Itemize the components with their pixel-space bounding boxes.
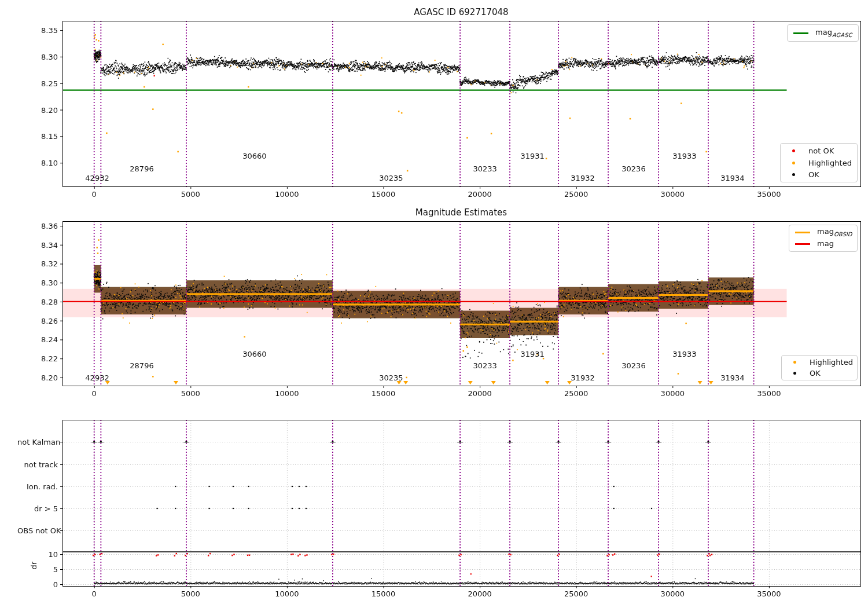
legend-mid-lines: magOBSID mag [789, 225, 858, 252]
obsid-label: 31932 [571, 173, 594, 182]
x-tick-label: 0 [92, 389, 97, 398]
category-tick-label: not Kalman [17, 438, 58, 446]
y-tick-label: 8.22 [17, 354, 58, 363]
y-tick-label: 8.34 [17, 240, 58, 249]
obsid-label: 30236 [621, 361, 645, 369]
x-tick-label: 20000 [468, 589, 491, 598]
y-tick-label: 8.36 [17, 222, 58, 230]
legend-entry-mag-agasc: magAGASC [791, 27, 855, 39]
obsid-label: 30233 [473, 361, 496, 369]
dr-tick-label: 10 [17, 550, 58, 559]
orange-dot-swatch [792, 162, 795, 164]
black-dot-swatch [792, 173, 795, 176]
legend-subscript: OBSID [834, 231, 852, 237]
legend-label-ok: OK [810, 369, 821, 378]
x-tick-label: 10000 [275, 589, 299, 598]
y-tick-label: 8.10 [17, 159, 58, 167]
legend-mag-agasc: magAGASC [787, 24, 859, 42]
obsid-label: 28796 [130, 164, 153, 173]
top-plot-title: AGASC ID 692717048 [414, 7, 508, 17]
x-tick-label: 0 [92, 589, 97, 598]
y-tick-label: 8.25 [17, 79, 58, 87]
y-tick-label: 8.24 [17, 335, 58, 344]
category-tick-label: dr > 5 [17, 504, 58, 513]
red-line-swatch [795, 243, 810, 245]
x-tick-label: 15000 [372, 190, 395, 199]
category-tick-label: not track [17, 460, 58, 469]
obsid-label: 42932 [85, 373, 109, 382]
legend-entry-not-ok: not OK [784, 145, 854, 157]
legend-label-mag-obsid: magOBSID [817, 227, 852, 237]
x-tick-label: 5000 [181, 589, 200, 598]
x-tick-label: 5000 [181, 190, 200, 199]
legend-subscript: AGASC [832, 32, 852, 38]
x-tick-label: 15000 [372, 589, 395, 598]
x-tick-label: 30000 [661, 589, 685, 598]
middle-plot-title: Magnitude Estimates [415, 207, 507, 218]
obsid-label: 31933 [672, 152, 696, 160]
x-tick-label: 5000 [181, 389, 200, 398]
obsid-label: 30235 [379, 173, 403, 182]
x-tick-label: 20000 [468, 389, 491, 398]
red-dot-swatch [792, 149, 795, 152]
x-tick-label: 25000 [564, 190, 588, 199]
legend-top-points: not OK Highlighted OK [780, 143, 858, 182]
x-tick-label: 0 [92, 190, 97, 199]
green-line-swatch [793, 32, 808, 34]
legend-label-not-ok: not OK [808, 146, 834, 155]
legend-label-highlighted: Highlighted [810, 358, 853, 367]
obsid-label: 31934 [720, 373, 744, 382]
legend-entry-mag-obsid: magOBSID [793, 226, 854, 239]
obsid-label: 31934 [720, 173, 744, 182]
y-tick-label: 8.30 [17, 279, 58, 287]
obsid-label: 30235 [379, 373, 403, 382]
category-tick-label: OBS not OK [17, 526, 58, 535]
x-tick-label: 30000 [661, 190, 685, 199]
obsid-label: 28796 [130, 361, 153, 369]
x-tick-label: 15000 [372, 389, 395, 398]
category-tick-label: Ion. rad. [17, 482, 58, 491]
y-tick-label: 8.32 [17, 259, 58, 268]
orange-dot-swatch [793, 361, 796, 364]
obsid-label: 42932 [85, 173, 109, 182]
x-tick-label: 25000 [564, 589, 588, 598]
legend-mid-points: Highlighted OK [781, 355, 858, 380]
y-tick-label: 8.15 [17, 132, 58, 141]
y-tick-label: 8.30 [17, 52, 58, 61]
legend-label-mag: mag [817, 239, 834, 250]
x-tick-label: 10000 [275, 190, 299, 199]
x-tick-label: 35000 [757, 190, 781, 199]
y-tick-label: 8.20 [17, 105, 58, 114]
legend-entry-ok: OK [785, 368, 854, 379]
legend-text: mag [815, 28, 832, 36]
legend-entry-ok: OK [784, 169, 854, 181]
legend-text: mag [817, 239, 834, 248]
obsid-label: 31933 [672, 350, 696, 358]
y-tick-label: 8.28 [17, 297, 58, 306]
x-tick-label: 10000 [275, 389, 299, 398]
y-tick-label: 8.20 [17, 373, 58, 382]
orange-line-swatch [795, 232, 810, 233]
legend-label-mag-agasc: magAGASC [815, 28, 852, 38]
dr-tick-label: 5 [17, 565, 58, 574]
legend-label-highlighted: Highlighted [808, 159, 852, 167]
y-tick-label: 8.35 [17, 26, 58, 35]
legend-entry-highlighted: Highlighted [785, 357, 854, 368]
x-tick-label: 35000 [757, 389, 781, 398]
x-tick-label: 25000 [564, 389, 588, 398]
legend-label-ok: OK [808, 170, 819, 179]
figure: AGASC ID 692717048 Magnitude Estimates m… [0, 0, 868, 608]
legend-entry-highlighted: Highlighted [784, 157, 854, 169]
y-tick-label: 8.26 [17, 316, 58, 325]
obsid-label: 30660 [242, 152, 266, 160]
x-tick-label: 20000 [468, 190, 491, 199]
x-tick-label: 30000 [661, 389, 685, 398]
legend-text: mag [817, 227, 834, 236]
obsid-label: 31931 [520, 152, 544, 160]
obsid-label: 30233 [473, 164, 496, 173]
dr-tick-label: 0 [17, 580, 58, 589]
obsid-label: 30660 [242, 350, 266, 358]
black-dot-swatch [793, 372, 796, 375]
obsid-label: 30236 [621, 164, 645, 173]
x-tick-label: 35000 [757, 589, 781, 598]
